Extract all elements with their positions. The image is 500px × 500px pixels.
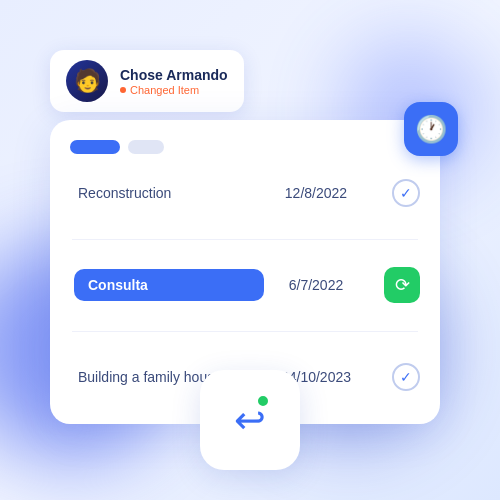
pill-blue bbox=[70, 140, 120, 154]
top-bar bbox=[70, 140, 420, 154]
project-name-cell: Consulta bbox=[70, 262, 264, 308]
check-icon: ✓ bbox=[392, 363, 420, 391]
project-name-cell: Reconstruction bbox=[70, 170, 264, 216]
pill-gray bbox=[128, 140, 164, 154]
project-action: ✓ bbox=[368, 354, 420, 400]
avatar: 🧑 bbox=[66, 60, 108, 102]
sync-icon[interactable]: ⟳ bbox=[384, 267, 420, 303]
check-icon: ✓ bbox=[392, 179, 420, 207]
scene: 🧑 Chose Armando Changed Item 🕐 bbox=[40, 60, 460, 440]
project-table: Reconstruction 12/8/2022 ✓ Consulta 6/7/… bbox=[70, 170, 420, 400]
table-row[interactable]: Reconstruction 12/8/2022 ✓ bbox=[70, 170, 420, 216]
clock-icon: 🕐 bbox=[415, 114, 447, 145]
project-action: ✓ bbox=[368, 170, 420, 216]
project-name: Consulta bbox=[74, 269, 264, 301]
project-date: 12/8/2022 bbox=[264, 170, 368, 216]
user-info: Chose Armando Changed Item bbox=[120, 67, 228, 96]
user-status: Changed Item bbox=[120, 84, 228, 96]
back-arrow-icon: ↩ bbox=[234, 398, 266, 442]
project-date: 6/7/2022 bbox=[264, 262, 368, 308]
user-name: Chose Armando bbox=[120, 67, 228, 83]
table-row[interactable]: Consulta 6/7/2022 ⟳ bbox=[70, 262, 420, 308]
project-action[interactable]: ⟳ bbox=[368, 262, 420, 308]
action-card[interactable]: ↩ bbox=[200, 370, 300, 470]
status-dot bbox=[120, 87, 126, 93]
status-text: Changed Item bbox=[130, 84, 199, 96]
user-card: 🧑 Chose Armando Changed Item bbox=[50, 50, 244, 112]
notification-dot bbox=[256, 394, 270, 408]
project-name: Reconstruction bbox=[74, 177, 175, 209]
clock-button[interactable]: 🕐 bbox=[404, 102, 458, 156]
